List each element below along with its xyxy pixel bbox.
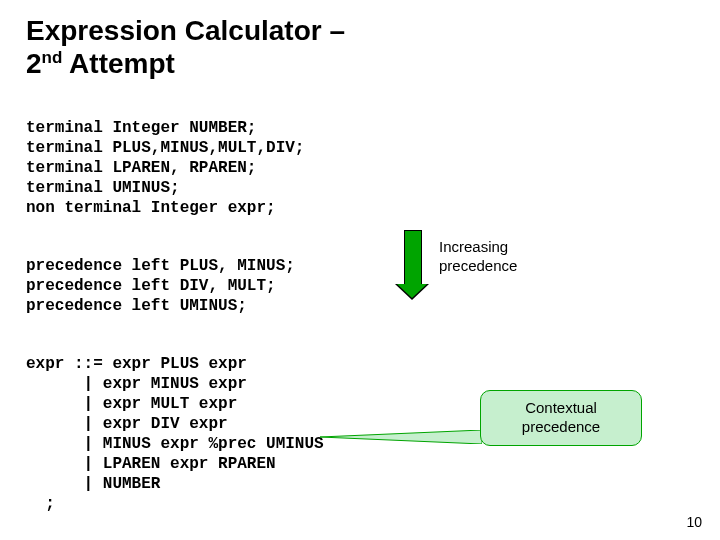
code-line: | LPAREN expr RPAREN [26, 455, 276, 473]
title-line2b: Attempt [62, 48, 175, 79]
code-line: | expr MULT expr [26, 395, 237, 413]
code-line: precedence left DIV, MULT; [26, 277, 276, 295]
slide-title: Expression Calculator – 2nd Attempt [26, 14, 694, 80]
title-line1: Expression Calculator – [26, 15, 345, 46]
code-line: terminal UMINUS; [26, 179, 180, 197]
title-line2a: 2 [26, 48, 42, 79]
code-line: terminal Integer NUMBER; [26, 119, 256, 137]
down-arrow-icon [395, 230, 429, 300]
code-line: | MINUS expr %prec UMINUS [26, 435, 324, 453]
terminal-declarations: terminal Integer NUMBER; terminal PLUS,M… [26, 98, 694, 218]
precedence-declarations: precedence left PLUS, MINUS; precedence … [26, 236, 694, 316]
code-line: precedence left PLUS, MINUS; [26, 257, 295, 275]
code-line: | expr MINUS expr [26, 375, 247, 393]
code-line: non terminal Integer expr; [26, 199, 276, 217]
slide: Expression Calculator – 2nd Attempt term… [0, 0, 720, 540]
arrow-label: Increasing precedence [439, 238, 525, 276]
page-number: 10 [686, 514, 702, 530]
code-line: | expr DIV expr [26, 415, 228, 433]
code-line: expr ::= expr PLUS expr [26, 355, 247, 373]
increasing-precedence-annotation: Increasing precedence [395, 230, 525, 300]
code-line: | NUMBER [26, 475, 160, 493]
contextual-precedence-callout: Contextual precedence [480, 390, 642, 446]
code-line: precedence left UMINUS; [26, 297, 247, 315]
code-line: terminal PLUS,MINUS,MULT,DIV; [26, 139, 304, 157]
code-line: terminal LPAREN, RPAREN; [26, 159, 256, 177]
code-line: ; [26, 495, 55, 513]
title-sup: nd [42, 48, 63, 67]
